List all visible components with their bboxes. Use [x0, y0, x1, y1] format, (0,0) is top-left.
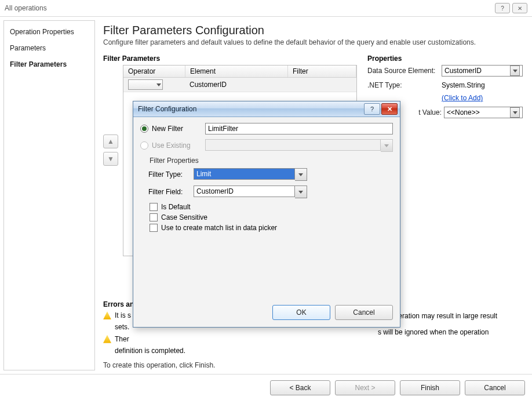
- new-filter-radio[interactable]: [140, 125, 148, 133]
- is-default-label: Is Default: [161, 203, 191, 211]
- new-filter-row: New Filter LimitFilter: [140, 123, 393, 134]
- back-button[interactable]: < Back: [270, 380, 330, 395]
- move-down-button[interactable]: ▼: [103, 152, 118, 166]
- filter-field-row: Filter Field: CustomerID: [140, 186, 393, 198]
- filter-field-value: CustomerID: [194, 186, 295, 197]
- nav-parameters[interactable]: Parameters: [10, 44, 89, 52]
- is-default-checkbox[interactable]: [150, 203, 158, 211]
- warning-text: Ther: [115, 335, 129, 343]
- cell-filter: [287, 83, 356, 86]
- new-filter-input[interactable]: LimitFilter: [205, 123, 393, 134]
- prop-label: Data Source Element:: [367, 67, 442, 75]
- col-operator[interactable]: Operator: [123, 66, 185, 77]
- nav-operation-properties[interactable]: Operation Properties: [10, 28, 89, 36]
- dialog-titlebar[interactable]: Filter Configuration ? ✕: [133, 101, 400, 117]
- cell-element: CustomerID: [185, 79, 287, 90]
- filter-type-row: Filter Type: Limit: [140, 168, 393, 181]
- warning-text: It is s: [115, 311, 131, 319]
- dialog-help-button[interactable]: ?: [364, 103, 380, 115]
- filter-add-link[interactable]: (Click to Add): [442, 94, 483, 102]
- filter-properties-group-label: Filter Properties: [141, 157, 393, 165]
- prop-label: .NET Type:: [367, 81, 442, 89]
- grid-header: Operator Element Filter: [123, 66, 356, 78]
- operator-dropdown[interactable]: [128, 79, 163, 90]
- warning-icon: [103, 311, 111, 319]
- nav-filter-parameters[interactable]: Filter Parameters: [10, 60, 89, 68]
- use-existing-row: Use Existing: [140, 139, 393, 152]
- help-button[interactable]: ?: [495, 3, 510, 13]
- dialog-title: Filter Configuration: [138, 105, 196, 113]
- case-sensitive-checkbox[interactable]: [150, 213, 158, 221]
- dialog-close-button[interactable]: ✕: [381, 103, 398, 115]
- filter-parameters-label: Filter Parameters: [103, 54, 357, 63]
- filter-type-label: Filter Type:: [148, 170, 194, 179]
- default-value-value: <<None>>: [447, 108, 480, 117]
- filter-configuration-dialog: Filter Configuration ? ✕ New Filter Limi…: [133, 101, 400, 328]
- chevron-down-icon[interactable]: [510, 107, 520, 118]
- chevron-down-icon[interactable]: [510, 66, 520, 76]
- prop-data-source-element: Data Source Element: CustomerID: [367, 65, 523, 77]
- col-filter[interactable]: Filter: [288, 66, 356, 77]
- window-title: All operations: [5, 4, 47, 12]
- close-button[interactable]: ✕: [512, 3, 527, 13]
- use-existing-radio: [140, 141, 148, 150]
- dialog-footer: OK Cancel: [133, 299, 400, 327]
- wizard-footer: < Back Next > Finish Cancel: [0, 374, 532, 400]
- window-titlebar: All operations ? ✕: [0, 0, 532, 17]
- case-sensitive-label: Case Sensitive: [161, 213, 207, 221]
- data-source-element-dropdown[interactable]: CustomerID: [442, 65, 523, 77]
- page-subtitle: Configure filter parameters and default …: [103, 38, 523, 46]
- chevron-down-icon: [156, 83, 161, 86]
- match-list-label: Use to create match list in data picker: [161, 224, 277, 232]
- page-title: Filter Parameters Configuration: [103, 24, 523, 37]
- grid-row[interactable]: CustomerID: [123, 78, 356, 92]
- warning-icon: [103, 335, 111, 343]
- net-type-value: System.String: [442, 81, 485, 89]
- hint-text: To create this operation, click Finish.: [103, 358, 523, 372]
- use-existing-label: Use Existing: [152, 141, 205, 150]
- cancel-button[interactable]: Cancel: [465, 380, 525, 395]
- next-button: Next >: [335, 380, 395, 395]
- wizard-nav-sidebar: Operation Properties Parameters Filter P…: [3, 20, 95, 370]
- warning-text-cont: definition is completed.: [115, 346, 185, 355]
- data-source-element-value: CustomerID: [444, 67, 482, 75]
- chevron-down-icon: [381, 139, 393, 152]
- is-default-row[interactable]: Is Default: [150, 203, 393, 211]
- cell-operator[interactable]: [123, 78, 185, 92]
- case-sensitive-row[interactable]: Case Sensitive: [150, 213, 393, 221]
- window-controls: ? ✕: [495, 3, 527, 13]
- warning-trailing: s will be ignored when the operation: [378, 328, 523, 336]
- reorder-controls: ▲ ▼: [103, 134, 118, 256]
- prop-net-type: .NET Type: System.String: [367, 81, 523, 89]
- chevron-down-icon[interactable]: [295, 168, 307, 181]
- new-filter-label: New Filter: [152, 125, 205, 133]
- filter-field-label: Filter Field:: [148, 188, 194, 196]
- properties-label: Properties: [367, 54, 523, 63]
- dialog-cancel-button[interactable]: Cancel: [335, 305, 393, 320]
- finish-button[interactable]: Finish: [400, 380, 460, 395]
- match-list-row[interactable]: Use to create match list in data picker: [150, 224, 393, 232]
- col-element[interactable]: Element: [185, 66, 288, 77]
- warning-item: Ther: [103, 334, 185, 344]
- default-value-dropdown[interactable]: <<None>>: [444, 107, 523, 118]
- filter-field-dropdown[interactable]: CustomerID: [194, 186, 307, 198]
- move-up-button[interactable]: ▲: [103, 134, 118, 148]
- ok-button[interactable]: OK: [272, 305, 330, 320]
- use-existing-dropdown: [205, 139, 393, 152]
- match-list-checkbox[interactable]: [150, 224, 158, 232]
- filter-type-value: Limit: [194, 168, 295, 180]
- filter-type-dropdown[interactable]: Limit: [194, 168, 307, 181]
- dialog-body: New Filter LimitFilter Use Existing Filt…: [133, 117, 400, 299]
- chevron-down-icon[interactable]: [295, 186, 307, 198]
